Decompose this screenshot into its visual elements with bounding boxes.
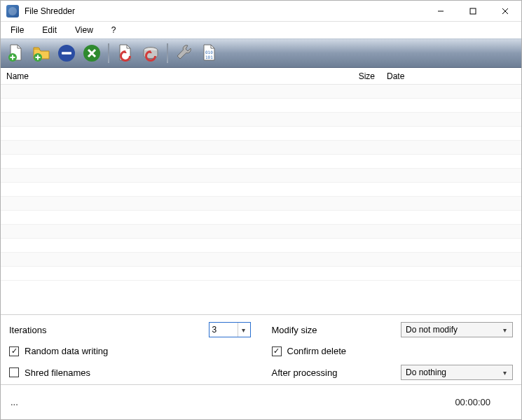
column-name[interactable]: Name: [1, 71, 332, 81]
modify-size-label: Modify size: [272, 325, 396, 335]
list-row: [1, 267, 521, 281]
toolbar-separator: [108, 43, 109, 63]
column-size[interactable]: Size: [332, 71, 381, 81]
close-button[interactable]: [489, 1, 521, 21]
list-row: [1, 85, 521, 99]
shred-free-space-button[interactable]: [139, 42, 162, 64]
add-folder-button[interactable]: [30, 42, 53, 64]
list-row: [1, 183, 521, 197]
titlebar: File Shredder: [1, 1, 521, 22]
list-row: [1, 127, 521, 141]
list-row: [1, 211, 521, 225]
window-controls: [425, 1, 521, 21]
column-date[interactable]: Date: [381, 71, 521, 81]
list-row: [1, 253, 521, 267]
confirm-delete-checkbox[interactable]: ✓: [272, 346, 282, 356]
menu-view[interactable]: View: [71, 24, 97, 36]
maximize-button[interactable]: [457, 1, 489, 21]
shred-filenames-label: Shred filenames: [25, 368, 251, 378]
after-processing-label: After processing: [272, 368, 396, 378]
modify-size-dropdown[interactable]: Do not modify ▾: [401, 322, 513, 337]
shred-filenames-checkbox[interactable]: [9, 368, 19, 377]
random-data-label: Random data writing: [25, 346, 251, 356]
app-window: File Shredder File Edit View ?: [0, 0, 522, 420]
iterations-row: Iterations 3 ▾: [9, 322, 251, 337]
modify-size-row: Modify size Do not modify ▾: [272, 322, 514, 337]
toolbar-separator: [167, 43, 168, 63]
chevron-down-icon: ▾: [498, 323, 511, 337]
confirm-delete-row: ✓ Confirm delete: [272, 346, 514, 356]
chevron-down-icon: ▾: [238, 323, 249, 337]
file-list[interactable]: [1, 85, 521, 314]
binary-file-icon: 010 101: [200, 43, 219, 63]
list-row: [1, 197, 521, 211]
status-timer: 00:00:00: [455, 397, 511, 407]
clear-button[interactable]: [81, 42, 103, 64]
shred-file-icon: [116, 43, 135, 63]
list-row: [1, 225, 521, 239]
wrench-icon: [174, 43, 194, 63]
list-row: [1, 239, 521, 253]
log-button[interactable]: 010 101: [198, 42, 221, 64]
iterations-label: Iterations: [9, 325, 203, 335]
minimize-button[interactable]: [425, 1, 457, 21]
add-file-button[interactable]: [5, 42, 27, 64]
status-text: ...: [11, 397, 455, 407]
statusbar: ... 00:00:00: [1, 384, 521, 419]
list-row: [1, 155, 521, 169]
toolbar: 010 101: [1, 38, 521, 68]
shred-filenames-row: Shred filenames: [9, 365, 251, 380]
random-data-checkbox[interactable]: ✓: [9, 346, 19, 356]
settings-button[interactable]: [173, 42, 195, 64]
iterations-dropdown[interactable]: 3 ▾: [209, 322, 251, 337]
menubar: File Edit View ?: [1, 22, 521, 38]
list-row: [1, 113, 521, 127]
options-panel: Iterations 3 ▾ Modify size Do not modify…: [1, 314, 521, 384]
after-processing-row: After processing Do nothing ▾: [272, 365, 514, 380]
svg-text:010: 010: [205, 50, 213, 55]
list-row: [1, 99, 521, 113]
after-processing-value: Do nothing: [406, 368, 446, 377]
list-header: Name Size Date: [1, 68, 521, 85]
shred-disk-icon: [141, 43, 160, 63]
svg-text:101: 101: [205, 55, 213, 59]
confirm-delete-label: Confirm delete: [287, 346, 514, 356]
clear-icon: [82, 43, 102, 63]
menu-help[interactable]: ?: [107, 24, 121, 36]
add-folder-icon: [32, 43, 51, 63]
chevron-down-icon: ▾: [498, 365, 511, 379]
remove-icon: [57, 43, 76, 63]
app-icon: [6, 5, 19, 18]
list-row: [1, 141, 521, 155]
list-row: [1, 169, 521, 183]
svg-rect-1: [470, 8, 476, 14]
menu-file[interactable]: File: [6, 24, 28, 36]
window-title: File Shredder: [23, 6, 425, 16]
shred-files-button[interactable]: [114, 42, 137, 64]
remove-button[interactable]: [55, 42, 78, 64]
after-processing-dropdown[interactable]: Do nothing ▾: [401, 365, 513, 380]
modify-size-value: Do not modify: [406, 325, 458, 335]
iterations-value: 3: [212, 325, 217, 335]
random-data-row: ✓ Random data writing: [9, 346, 251, 356]
menu-edit[interactable]: Edit: [38, 24, 61, 36]
svg-rect-11: [62, 52, 71, 54]
add-file-icon: [6, 43, 26, 63]
